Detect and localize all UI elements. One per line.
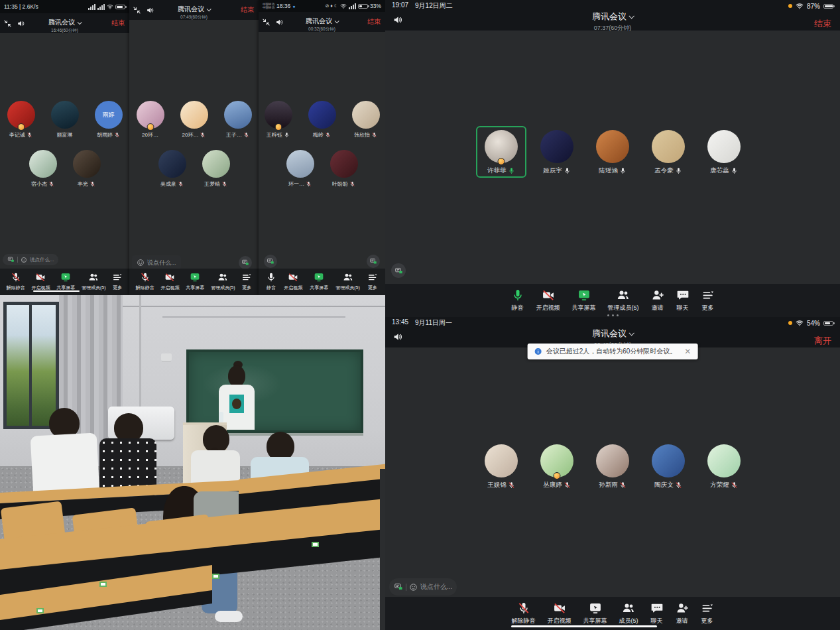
participant-tile[interactable]: 王梓钰 (259, 99, 298, 140)
meeting-title[interactable]: 腾讯会议 (592, 328, 627, 340)
participant-tile[interactable]: 唐芯蕊 (699, 126, 749, 178)
toolbar-unmute-button[interactable]: 解除静音 (512, 601, 536, 625)
minimize-icon[interactable] (3, 19, 12, 28)
banner-text: 会议已超过2人，自动转为60分钟限时会议。 (546, 347, 677, 356)
toolbar-members-button[interactable]: 管理成员(5) (608, 288, 639, 312)
participant-tile[interactable]: 宿小杰 (24, 149, 62, 189)
end-meeting-button[interactable]: 结束 (111, 19, 125, 28)
participant-tile[interactable]: 丽富琳 (46, 99, 84, 140)
cctv-camera (161, 353, 172, 361)
end-meeting-button[interactable]: 结束 (814, 18, 831, 30)
chat-input-bar[interactable]: 说点什么... (132, 255, 181, 270)
toolbar-members-button[interactable]: 管理成员(5) (82, 272, 106, 291)
toolbar-label: 邀请 (652, 304, 664, 312)
participant-tile[interactable]: 吴成泉 (153, 149, 192, 189)
minimize-icon[interactable] (262, 18, 270, 27)
speaker-icon[interactable] (17, 19, 25, 28)
participant-tile[interactable]: 梅岭 (303, 99, 341, 140)
toolbar-chat-button[interactable]: 聊天 (676, 288, 690, 312)
participant-tile[interactable]: 陆瑶涵 (587, 126, 638, 178)
emoji-icon[interactable] (137, 259, 145, 267)
leave-meeting-button[interactable]: 离开 (814, 335, 831, 347)
end-meeting-button[interactable]: 结束 (367, 17, 381, 27)
banner-close-icon[interactable]: ✕ (684, 347, 691, 356)
toolbar-share-button[interactable]: 共享屏幕 (572, 288, 596, 312)
carrier-label: 中国移动 (263, 6, 274, 9)
caption-share-icon[interactable] (391, 263, 406, 278)
caption-share-icon[interactable] (239, 256, 252, 269)
toolbar-share-button[interactable]: 共享屏幕 (310, 272, 328, 291)
toolbar-members-button[interactable]: 管理成员(5) (211, 272, 235, 291)
mic-icon (266, 272, 276, 283)
toolbar-unmute-button[interactable]: 解除静音 (136, 272, 154, 291)
toolbar-members-button[interactable]: 成员(5) (619, 601, 638, 625)
participant-tile[interactable]: 姬辰宇 (532, 126, 582, 178)
toolbar-camera-button[interactable]: 开启视频 (284, 272, 302, 291)
meeting-title[interactable]: 腾讯会议 (48, 18, 75, 27)
mic-icon (511, 288, 524, 302)
cam-slash-icon (35, 272, 46, 283)
participant-tile[interactable]: 陶庆文 (643, 440, 693, 492)
meeting-title[interactable]: 腾讯会议 (306, 17, 332, 26)
participant-tile[interactable]: 20环… (175, 99, 213, 140)
participant-tile[interactable]: 雨婷胡雨婷 (90, 99, 128, 140)
chat-input-bar[interactable]: 说点什么... (389, 578, 457, 596)
toolbar-share-button[interactable]: 共享屏幕 (583, 601, 607, 625)
toolbar-unmute-button[interactable]: 解除静音 (7, 272, 25, 291)
participant-tile[interactable]: 20环… (131, 99, 170, 140)
toolbar-more-button[interactable]: 更多 (367, 272, 378, 291)
meeting-title[interactable]: 腾讯会议 (178, 5, 204, 14)
participant-tile[interactable]: 王子… (219, 99, 257, 140)
emoji-icon[interactable] (409, 583, 418, 592)
participant-tile[interactable]: 孙新雨 (587, 440, 638, 492)
participant-tile[interactable]: 许菲菲 (476, 126, 526, 178)
toolbar-more-button[interactable]: 更多 (112, 272, 123, 291)
minimize-icon[interactable] (133, 6, 141, 15)
status-time-netspeed: 11:35 | 2.6K/s (4, 3, 38, 10)
meeting-title-block[interactable]: 腾讯会议 07:37(60分钟) (385, 10, 840, 32)
meeting-title[interactable]: 腾讯会议 (592, 11, 627, 23)
caption-share-icon[interactable] (367, 255, 380, 268)
participant-tile[interactable]: 韩欣怡 (347, 99, 385, 140)
participant-tile[interactable]: 孟令豪 (643, 126, 693, 178)
toolbar-more-button[interactable]: 更多 (701, 288, 715, 312)
toolbar-invite-button[interactable]: 邀请 (651, 288, 664, 312)
participant-tile[interactable]: 王梦晴 (197, 149, 235, 189)
toolbar-share-button[interactable]: 共享屏幕 (56, 272, 75, 291)
avatar (308, 101, 336, 129)
share-card-icon[interactable] (394, 582, 403, 592)
participant-tile[interactable]: 王娱锦 (476, 440, 526, 492)
toolbar-camera-button[interactable]: 开启视频 (31, 272, 50, 291)
participant-tile[interactable]: 丰光 (68, 149, 106, 189)
toolbar-members-button[interactable]: 管理成员(5) (335, 272, 360, 291)
battery-icon (358, 4, 368, 9)
participant-tile[interactable]: 叶盼盼 (325, 149, 363, 189)
toolbar-mute-button[interactable]: 静音 (266, 272, 276, 291)
emoji-icon[interactable] (21, 257, 27, 263)
end-meeting-button[interactable]: 结束 (241, 5, 254, 15)
share-card-icon[interactable] (7, 256, 15, 263)
share-card-icon (241, 259, 249, 267)
toolbar-camera-button[interactable]: 开启视频 (536, 288, 560, 312)
toolbar-more-button[interactable]: 更多 (241, 272, 252, 291)
reaction-emoji (498, 158, 505, 165)
speaker-icon[interactable] (146, 6, 154, 15)
toolbar-camera-button[interactable]: 开启视频 (160, 272, 179, 291)
toolbar-chat-button[interactable]: 聊天 (650, 601, 664, 625)
chat-input-bar[interactable]: 说点什么... (3, 254, 58, 265)
participant-tile[interactable]: 方荣耀 (699, 440, 749, 492)
toolbar-camera-button[interactable]: 开启视频 (548, 601, 571, 625)
participant-tile[interactable]: 丛康婷 (532, 440, 582, 492)
participant-name-row: 李记诚 (3, 131, 39, 139)
avatar (596, 130, 629, 163)
toolbar-share-button[interactable]: 共享屏幕 (186, 272, 204, 291)
toolbar-mute-button[interactable]: 静音 (511, 288, 524, 312)
participant-tile[interactable]: 李记诚 (2, 99, 40, 140)
toolbar-invite-button[interactable]: 邀请 (676, 601, 689, 625)
participant-name: 梅岭 (313, 131, 324, 139)
participant-tile[interactable]: 环一… (281, 149, 320, 189)
caption-share-icon[interactable] (264, 255, 277, 268)
toolbar-more-button[interactable]: 更多 (701, 601, 714, 625)
participant-name: 王子… (226, 131, 242, 139)
speaker-icon[interactable] (275, 18, 284, 27)
